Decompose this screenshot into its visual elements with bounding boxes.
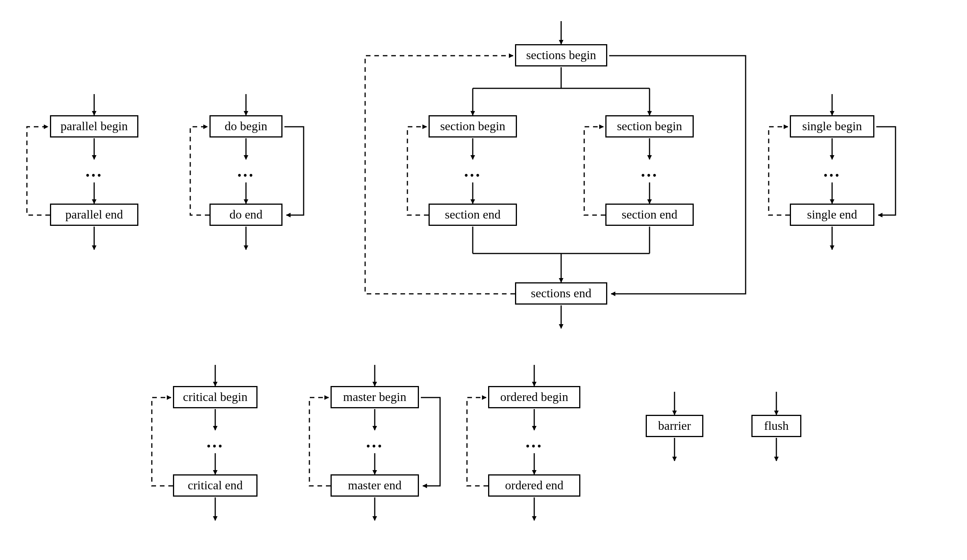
ellipsis-section-left: ... <box>461 161 484 181</box>
node-parallel-end: parallel end <box>50 204 138 226</box>
node-master-begin: master begin <box>331 386 419 408</box>
diagram-canvas: parallel begin ... parallel end do begin… <box>0 0 967 560</box>
node-section-right-begin: section begin <box>605 115 694 138</box>
node-do-end: do end <box>209 204 282 226</box>
ellipsis-ordered: ... <box>523 432 546 452</box>
node-section-left-begin: section begin <box>429 115 517 138</box>
node-do-begin: do begin <box>209 115 282 138</box>
arrows-layer <box>0 0 967 560</box>
ellipsis-do: ... <box>234 161 258 181</box>
node-sections-begin: sections begin <box>515 44 607 66</box>
node-critical-end: critical end <box>173 474 258 497</box>
node-master-end: master end <box>331 474 419 497</box>
ellipsis-single: ... <box>821 161 844 181</box>
node-section-left-end: section end <box>429 204 517 226</box>
node-ordered-begin: ordered begin <box>488 386 580 408</box>
node-critical-begin: critical begin <box>173 386 258 408</box>
node-section-right-end: section end <box>605 204 694 226</box>
ellipsis-section-right: ... <box>638 161 661 181</box>
node-single-begin: single begin <box>790 115 874 138</box>
ellipsis-master: ... <box>363 432 386 452</box>
node-parallel-begin: parallel begin <box>50 115 138 138</box>
node-sections-end: sections end <box>515 282 607 305</box>
node-barrier: barrier <box>646 415 703 437</box>
node-flush: flush <box>751 415 801 437</box>
node-single-end: single end <box>790 204 874 226</box>
ellipsis-parallel: ... <box>83 161 106 181</box>
node-ordered-end: ordered end <box>488 474 580 497</box>
ellipsis-critical: ... <box>204 432 227 452</box>
